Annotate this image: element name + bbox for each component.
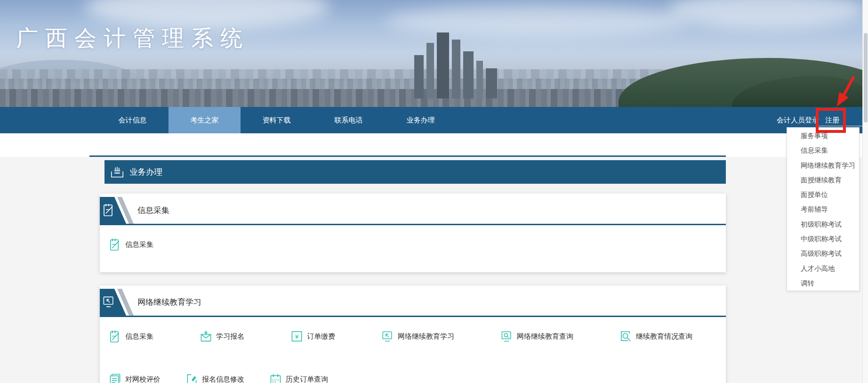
monitor-arrow-icon xyxy=(382,330,393,343)
document-lines-icon xyxy=(110,373,121,383)
calendar-icon xyxy=(270,373,281,383)
service-item-info-collection[interactable]: 信息采集 xyxy=(110,330,153,343)
register-highlight-box xyxy=(816,108,846,133)
business-handling-title: 业务办理 xyxy=(129,166,162,178)
services-dropdown-menu: 服务事项 信息采集 网络继续教育学习 面授继续教育 面授单位 考前辅导 初级职称… xyxy=(787,127,860,291)
dropdown-item-onsite-ce[interactable]: 面授继续教育 xyxy=(787,173,859,187)
main-nav: 会计信息 考生之家 资料下载 联系电话 业务办理 会计人员登录 注册 xyxy=(0,107,868,133)
nav-items: 会计信息 考生之家 资料下载 联系电话 业务办理 xyxy=(96,107,457,133)
nav-item-candidate-home[interactable]: 考生之家 xyxy=(169,107,241,133)
section-online-continuing-education: 网络继续教育学习 信息采集 学习报名 xyxy=(100,285,726,383)
service-item-school-evaluation[interactable]: 对网校评价 xyxy=(110,373,161,383)
dropdown-item-info-collection[interactable]: 信息采集 xyxy=(787,143,859,158)
monitor-arrow-icon xyxy=(103,293,114,310)
cloud-decoration xyxy=(668,0,866,28)
section-title: 网络继续教育学习 xyxy=(137,297,201,308)
service-items-row: 信息采集 学习报名 ¥ 订单缴费 xyxy=(110,330,692,343)
clipboard-pen-icon xyxy=(110,330,121,343)
service-item-info-collection[interactable]: 信息采集 xyxy=(110,238,153,251)
dropdown-item-transfer[interactable]: 调转 xyxy=(787,276,859,291)
accounting-staff-login-link[interactable]: 会计人员登录 xyxy=(777,116,819,125)
monitor-search-icon xyxy=(501,330,512,343)
nav-item-accounting-info[interactable]: 会计信息 xyxy=(96,107,169,133)
section-underline xyxy=(100,316,726,317)
dropdown-item-junior-title-exam[interactable]: 初级职称考试 xyxy=(787,217,859,232)
section-title: 信息采集 xyxy=(137,205,169,216)
skyscraper-cluster xyxy=(414,28,555,98)
service-item-order-payment[interactable]: ¥ 订单缴费 xyxy=(291,330,335,343)
site-title: 广西会计管理系统 xyxy=(16,24,249,53)
clipboard-pen-icon xyxy=(110,238,121,251)
clipboard-pen-icon xyxy=(103,202,114,219)
nav-item-downloads[interactable]: 资料下载 xyxy=(241,107,313,133)
page: 广西会计管理系统 会计信息 考生之家 资料下载 联系电话 业务办理 会计人员登录… xyxy=(0,0,868,383)
service-item-online-ce-study[interactable]: 网络继续教育学习 xyxy=(382,330,454,343)
nav-item-business-handling[interactable]: 业务办理 xyxy=(385,107,457,133)
annotation-arrow-icon xyxy=(829,74,857,108)
dropdown-item-online-ce-study[interactable]: 网络继续教育学习 xyxy=(787,158,859,173)
ballot-box-icon xyxy=(111,166,124,178)
dropdown-item-pre-exam-coaching[interactable]: 考前辅导 xyxy=(787,202,859,217)
service-items-row: 对网校评价 报名信息修改 xyxy=(110,373,328,383)
nav-item-contact-phone[interactable]: 联系电话 xyxy=(313,107,385,133)
yen-box-icon: ¥ xyxy=(291,330,302,343)
edit-page-icon xyxy=(186,373,197,383)
search-box-icon xyxy=(620,330,631,343)
content-top-divider xyxy=(89,155,726,157)
banner-image: 广西会计管理系统 xyxy=(0,0,868,107)
dropdown-item-senior-title-exam[interactable]: 高级职称考试 xyxy=(787,246,859,261)
service-item-registration-info-edit[interactable]: 报名信息修改 xyxy=(186,373,244,383)
service-item-online-ce-query[interactable]: 网络继续教育查询 xyxy=(501,330,573,343)
service-items-row: 信息采集 xyxy=(110,238,153,251)
section-info-collection: 信息采集 信息采集 xyxy=(100,194,726,272)
svg-text:¥: ¥ xyxy=(295,333,299,340)
envelope-download-icon xyxy=(201,330,211,343)
service-item-history-order-query[interactable]: 历史订单查询 xyxy=(270,373,328,383)
scrollbar-track[interactable] xyxy=(862,0,868,383)
service-item-ce-status-query[interactable]: 继续教育情况查询 xyxy=(620,330,692,343)
service-item-study-registration[interactable]: 学习报名 xyxy=(201,330,244,343)
business-handling-header-bar: 业务办理 xyxy=(104,160,726,184)
scrollbar-thumb[interactable] xyxy=(864,33,868,122)
section-underline xyxy=(100,224,726,225)
dropdown-item-mid-title-exam[interactable]: 中级职称考试 xyxy=(787,232,859,246)
dropdown-item-onsite-unit[interactable]: 面授单位 xyxy=(787,187,859,202)
dropdown-item-talent-highland[interactable]: 人才小高地 xyxy=(787,261,859,276)
